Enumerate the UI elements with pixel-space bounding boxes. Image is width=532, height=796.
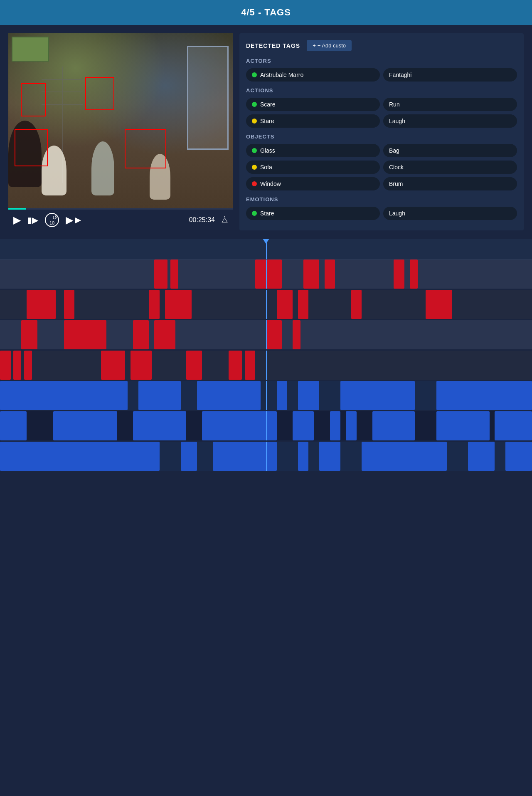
- tag-label: Sofa: [260, 164, 272, 171]
- track-segment: [346, 411, 357, 440]
- track-segment: [266, 320, 282, 349]
- track-segment: [165, 290, 192, 319]
- tag-label: Window: [260, 180, 281, 187]
- tag-brum[interactable]: Brum: [383, 177, 517, 190]
- track-segment: [245, 351, 256, 380]
- track-segment: [426, 290, 452, 319]
- track-segment: [181, 442, 197, 471]
- play-button[interactable]: ▶: [13, 214, 21, 226]
- tag-scare[interactable]: Scare: [246, 98, 380, 111]
- track-segment: [229, 351, 242, 380]
- tag-laugh-emotions[interactable]: Laugh: [383, 207, 517, 220]
- track-segment: [372, 411, 415, 440]
- replay-10-button[interactable]: 10 ↺: [45, 213, 59, 227]
- video-controls: ▶ ▮▶ 10 ↺ ▶► 00:25:34 ⧊: [8, 208, 233, 230]
- detected-tags-title: DETECTED TAGS: [246, 42, 300, 49]
- track-playhead: [266, 442, 267, 471]
- tag-sofa[interactable]: Sofa: [246, 161, 380, 174]
- person-2: [91, 141, 114, 195]
- objects-section-title: OBJECTS: [246, 133, 517, 140]
- tag-dot-green: [252, 148, 257, 153]
- actions-row-2: Stare Laugh: [246, 114, 517, 128]
- tag-label: Fantaghi: [389, 72, 411, 78]
- tag-label: Laugh: [389, 118, 405, 124]
- tags-header: DETECTED TAGS + + Add custo: [246, 40, 517, 51]
- tag-stare-actions[interactable]: Stare: [246, 114, 380, 128]
- tag-label: Glass: [260, 147, 275, 154]
- tag-dot-green: [252, 72, 257, 77]
- objects-row-1: Glass Bag: [246, 144, 517, 157]
- page-title: 4/5 - TAGS: [241, 7, 291, 18]
- actions-row-1: Scare Run: [246, 98, 517, 111]
- tag-laugh-actions[interactable]: Laugh: [383, 114, 517, 128]
- tag-stare-emotions[interactable]: Stare: [246, 207, 380, 220]
- timeline-track-red-4: [0, 351, 532, 380]
- track-segment: [186, 351, 202, 380]
- track-segment: [197, 381, 261, 410]
- next-button[interactable]: ▶►: [66, 214, 83, 226]
- tag-dot-green: [252, 211, 257, 216]
- track-segment: [13, 351, 21, 380]
- track-segment: [27, 290, 56, 319]
- emotions-section-title: EMOTIONS: [246, 196, 517, 203]
- tag-clock[interactable]: Clock: [383, 161, 517, 174]
- timeline-tracks: [0, 260, 532, 472]
- track-segment: [24, 351, 32, 380]
- track-playhead: [266, 381, 267, 410]
- track-segment: [21, 320, 37, 349]
- track-segment: [330, 411, 341, 440]
- track-segment: [53, 411, 117, 440]
- track-segment: [298, 381, 319, 410]
- tag-arstrubale-marro[interactable]: Arstrubale Marro: [246, 68, 380, 82]
- header: 4/5 - TAGS: [0, 0, 532, 25]
- tag-dot-green: [252, 102, 257, 107]
- progress-bar[interactable]: [8, 208, 233, 210]
- playhead-line: [266, 239, 267, 259]
- tag-label: Arstrubale Marro: [260, 72, 303, 78]
- detect-box-1: [21, 83, 46, 116]
- detect-box-4: [125, 129, 166, 168]
- track-segment: [154, 260, 167, 289]
- tag-label: Stare: [260, 210, 274, 217]
- actions-section-title: ACTIONS: [246, 87, 517, 94]
- track-segment: [0, 411, 27, 440]
- track-segment: [436, 381, 532, 410]
- fullscreen-button[interactable]: ⧊: [222, 216, 228, 225]
- window-element: [187, 46, 229, 150]
- tag-bag[interactable]: Bag: [383, 144, 517, 157]
- tag-run[interactable]: Run: [383, 98, 517, 111]
- tag-glass[interactable]: Glass: [246, 144, 380, 157]
- tags-panel: DETECTED TAGS + + Add custo ACTORS Arstr…: [239, 33, 524, 230]
- tag-label: Laugh: [389, 210, 405, 217]
- track-segment: [303, 260, 319, 289]
- track-segment: [0, 351, 11, 380]
- track-segment: [394, 260, 404, 289]
- track-segment: [213, 442, 277, 471]
- track-segment: [410, 260, 418, 289]
- tag-label: Scare: [260, 101, 276, 108]
- track-segment: [131, 351, 152, 380]
- timeline-section: [0, 239, 532, 472]
- video-panel: ▶ ▮▶ 10 ↺ ▶► 00:25:34 ⧊: [8, 33, 233, 230]
- track-segment: [138, 381, 181, 410]
- track-segment: [277, 381, 288, 410]
- tag-fantaghi[interactable]: Fantaghi: [383, 68, 517, 82]
- track-segment: [0, 381, 128, 410]
- actors-row-1: Arstrubale Marro Fantaghi: [246, 68, 517, 82]
- step-button[interactable]: ▮▶: [27, 215, 38, 225]
- track-segment: [505, 442, 532, 471]
- tag-window[interactable]: Window: [246, 177, 380, 190]
- track-segment: [293, 320, 300, 349]
- timeline-header: [0, 239, 532, 260]
- track-playhead: [266, 290, 267, 319]
- add-custom-button[interactable]: + + Add custo: [307, 40, 352, 51]
- tag-label: Bag: [389, 147, 399, 154]
- tag-dot-yellow: [252, 119, 257, 124]
- timestamp: 00:25:34: [189, 216, 215, 224]
- timeline-track-red-2: [0, 290, 532, 319]
- timeline-track-blue-3: [0, 442, 532, 471]
- emotions-row-1: Stare Laugh: [246, 207, 517, 220]
- track-segment: [202, 411, 276, 440]
- track-segment: [277, 290, 293, 319]
- track-segment: [133, 320, 149, 349]
